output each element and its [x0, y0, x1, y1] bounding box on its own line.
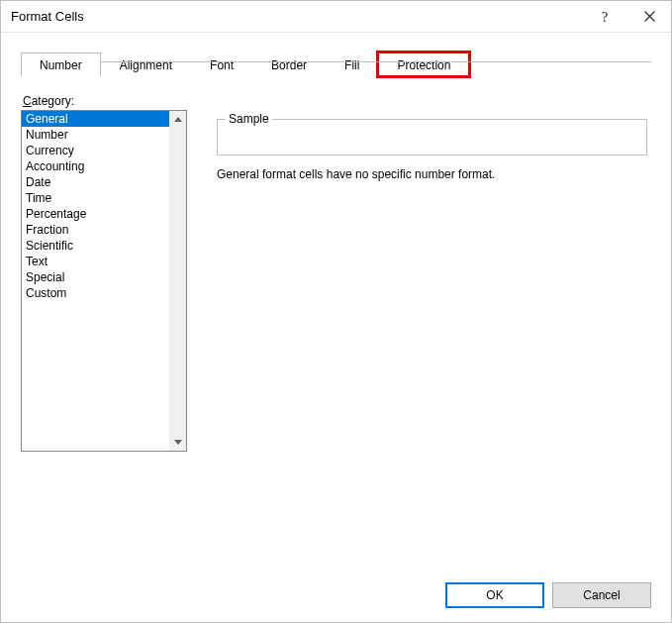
sample-group: Sample — [217, 112, 647, 156]
svg-text:?: ? — [602, 10, 608, 24]
tab-fill[interactable]: Fill — [326, 52, 378, 76]
ok-button[interactable]: OK — [445, 582, 544, 608]
category-item[interactable]: Fraction — [22, 222, 169, 238]
tab-border[interactable]: Border — [252, 52, 326, 76]
scroll-down-button[interactable] — [169, 434, 186, 451]
scrollbar[interactable] — [169, 111, 186, 451]
tab-protection[interactable]: Protection — [378, 52, 469, 76]
scroll-up-button[interactable] — [169, 111, 186, 128]
tab-font[interactable]: Font — [191, 52, 252, 76]
category-item[interactable]: Text — [22, 254, 169, 269]
tab-alignment[interactable]: Alignment — [101, 52, 191, 76]
help-button[interactable]: ? — [584, 2, 627, 32]
category-item[interactable]: General — [22, 111, 169, 127]
category-item[interactable]: Special — [22, 269, 169, 285]
category-item[interactable]: Percentage — [22, 206, 169, 222]
cancel-button[interactable]: Cancel — [552, 582, 651, 608]
titlebar: Format Cells ? — [1, 1, 671, 33]
sample-legend: Sample — [226, 112, 272, 126]
tab-strip: NumberAlignmentFontBorderFillProtection — [1, 33, 671, 76]
format-description: General format cells have no specific nu… — [217, 167, 647, 181]
category-item[interactable]: Currency — [22, 143, 169, 158]
tab-number[interactable]: Number — [21, 52, 101, 76]
category-listbox[interactable]: GeneralNumberCurrencyAccountingDateTimeP… — [21, 110, 187, 452]
close-button[interactable] — [627, 2, 671, 32]
category-item[interactable]: Scientific — [22, 238, 169, 254]
category-label: Category: — [23, 94, 651, 108]
category-item[interactable]: Custom — [22, 285, 169, 301]
dialog-title: Format Cells — [11, 9, 584, 24]
scroll-track[interactable] — [169, 128, 186, 434]
category-item[interactable]: Number — [22, 127, 169, 143]
category-item[interactable]: Accounting — [22, 158, 169, 174]
dialog-footer: OK Cancel — [445, 582, 651, 608]
category-item[interactable]: Date — [22, 174, 169, 190]
category-item[interactable]: Time — [22, 190, 169, 206]
